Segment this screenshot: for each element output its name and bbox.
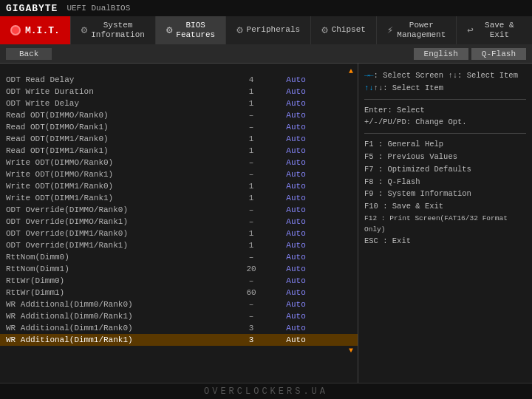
setting-option[interactable]: Auto bbox=[280, 228, 358, 239]
setting-option[interactable]: Auto bbox=[280, 204, 358, 216]
table-row[interactable]: WR Additional(Dimm1/Rank0)3Auto bbox=[0, 322, 358, 334]
setting-option[interactable]: Auto bbox=[280, 251, 358, 263]
setting-option[interactable]: Auto bbox=[280, 86, 358, 98]
setting-option[interactable]: Auto bbox=[280, 109, 358, 121]
setting-label: RttNom(Dimm1) bbox=[0, 263, 222, 275]
table-row[interactable]: ODT Write Duration1Auto bbox=[0, 86, 358, 98]
setting-option[interactable]: Auto bbox=[280, 98, 358, 109]
setting-value: – bbox=[222, 216, 280, 228]
help-f7: F7 : Optimized Defaults bbox=[364, 163, 526, 176]
scroll-down-arrow: ▼ bbox=[349, 347, 353, 355]
setting-option[interactable]: Auto bbox=[280, 299, 358, 310]
table-row[interactable]: ODT Write Delay1Auto bbox=[0, 98, 358, 109]
setting-option[interactable]: Auto bbox=[280, 192, 358, 204]
qflash-button[interactable]: Q-Flash bbox=[471, 48, 526, 60]
navigation-bar: M.I.T. ⚙ System Information ⚙ BIOS Featu… bbox=[0, 16, 532, 44]
setting-option[interactable]: Auto bbox=[280, 275, 358, 287]
setting-value: – bbox=[222, 204, 280, 216]
help-f1: F1 : General Help bbox=[364, 138, 526, 151]
setting-label: ODT Override(DIMMO/Rank1) bbox=[0, 216, 222, 228]
setting-value: – bbox=[222, 168, 280, 180]
table-row[interactable]: Write ODT(DIMMO/Rank0)–Auto bbox=[0, 157, 358, 168]
bios-features-icon: ⚙ bbox=[166, 24, 172, 37]
mit-button[interactable]: M.I.T. bbox=[0, 16, 70, 44]
setting-label: Read ODT(DIMM1/Rank0) bbox=[0, 133, 222, 145]
settings-panel: ▲ ODT Read Delay4AutoODT Write Duration1… bbox=[0, 64, 358, 383]
nav-save-exit-label: Save & Exit bbox=[477, 21, 522, 40]
setting-option[interactable]: Auto bbox=[280, 168, 358, 180]
dualbios-label: UEFI DualBIOS bbox=[66, 4, 130, 13]
setting-option[interactable]: Auto bbox=[280, 180, 358, 192]
table-row[interactable]: ODT Read Delay4Auto bbox=[0, 74, 358, 86]
setting-label: WR Additional(Dimm0/Rank1) bbox=[0, 310, 222, 322]
setting-option[interactable]: Auto bbox=[280, 133, 358, 145]
save-exit-icon: ↩ bbox=[467, 24, 473, 37]
nav-bios-features[interactable]: ⚙ BIOS Features bbox=[155, 16, 225, 44]
setting-value: 1 bbox=[222, 98, 280, 109]
setting-label: Write ODT(DIMMO/Rank0) bbox=[0, 157, 222, 168]
setting-value: 1 bbox=[222, 239, 280, 251]
setting-value: 1 bbox=[222, 133, 280, 145]
setting-option[interactable]: Auto bbox=[280, 322, 358, 334]
chipset-icon: ⚙ bbox=[321, 24, 327, 37]
table-row[interactable]: Write ODT(DIMM1/Rank0)1Auto bbox=[0, 180, 358, 192]
setting-value: – bbox=[222, 299, 280, 310]
back-button[interactable]: Back bbox=[6, 48, 52, 60]
help-divider-2 bbox=[364, 133, 526, 134]
setting-option[interactable]: Auto bbox=[280, 74, 358, 86]
setting-label: ODT Read Delay bbox=[0, 74, 222, 86]
table-row[interactable]: WR Additional(Dimm1/Rank1)3Auto bbox=[0, 334, 358, 346]
setting-label: Write ODT(DIMM1/Rank1) bbox=[0, 192, 222, 204]
nav-save-exit[interactable]: ↩ Save & Exit bbox=[456, 16, 532, 44]
main-content: ▲ ODT Read Delay4AutoODT Write Duration1… bbox=[0, 64, 532, 383]
setting-value: 1 bbox=[222, 228, 280, 239]
setting-label: ODT Write Delay bbox=[0, 98, 222, 109]
nav-bios-features-label: BIOS Features bbox=[176, 21, 215, 40]
watermark: OVERCLOCKERS.UA bbox=[204, 386, 328, 397]
nav-system-info-label: System Information bbox=[91, 21, 145, 40]
nav-chipset[interactable]: ⚙ Chipset bbox=[310, 16, 376, 44]
table-row[interactable]: RttNom(Dimm1)20Auto bbox=[0, 263, 358, 275]
setting-option[interactable]: Auto bbox=[280, 334, 358, 346]
table-row[interactable]: RttNom(Dimm0)–Auto bbox=[0, 251, 358, 263]
nav-system-info[interactable]: ⚙ System Information bbox=[70, 16, 155, 44]
setting-option[interactable]: Auto bbox=[280, 121, 358, 133]
language-button[interactable]: English bbox=[414, 48, 468, 60]
setting-label: ODT Override(DIMMO/Rank0) bbox=[0, 204, 222, 216]
help-enter: Enter: Select bbox=[364, 104, 526, 117]
help-select-screen: →←: Select Screen ↑↓: Select Item bbox=[364, 69, 526, 82]
setting-value: – bbox=[222, 310, 280, 322]
help-f9: F9 : System Information bbox=[364, 188, 526, 200]
nav-peripherals[interactable]: ⚙ Peripherals bbox=[225, 16, 310, 44]
setting-option[interactable]: Auto bbox=[280, 145, 358, 157]
setting-value: 3 bbox=[222, 334, 280, 346]
setting-label: Write ODT(DIMM1/Rank0) bbox=[0, 180, 222, 192]
table-row[interactable]: WR Additional(Dimm0/Rank0)–Auto bbox=[0, 299, 358, 310]
table-row[interactable]: WR Additional(Dimm0/Rank1)–Auto bbox=[0, 310, 358, 322]
table-row[interactable]: RttWr(Dimm1)60Auto bbox=[0, 287, 358, 299]
scroll-down-area: ▼ bbox=[0, 346, 358, 353]
table-row[interactable]: Read ODT(DIMM1/Rank1)1Auto bbox=[0, 145, 358, 157]
power-icon: ⚡ bbox=[387, 24, 393, 37]
table-row[interactable]: ODT Override(DIMM1/Rank0)1Auto bbox=[0, 228, 358, 239]
help-f8: F8 : Q-Flash bbox=[364, 176, 526, 188]
table-row[interactable]: Write ODT(DIMMO/Rank1)–Auto bbox=[0, 168, 358, 180]
table-row[interactable]: Read ODT(DIMMO/Rank0)–Auto bbox=[0, 109, 358, 121]
setting-option[interactable]: Auto bbox=[280, 216, 358, 228]
table-row[interactable]: Read ODT(DIMMO/Rank1)–Auto bbox=[0, 121, 358, 133]
setting-option[interactable]: Auto bbox=[280, 287, 358, 299]
table-row[interactable]: ODT Override(DIMM1/Rank1)1Auto bbox=[0, 239, 358, 251]
setting-option[interactable]: Auto bbox=[280, 239, 358, 251]
setting-label: Write ODT(DIMMO/Rank1) bbox=[0, 168, 222, 180]
table-row[interactable]: Read ODT(DIMM1/Rank0)1Auto bbox=[0, 133, 358, 145]
table-row[interactable]: ODT Override(DIMMO/Rank1)–Auto bbox=[0, 216, 358, 228]
nav-power[interactable]: ⚡ Power Management bbox=[376, 16, 456, 44]
setting-value: 4 bbox=[222, 74, 280, 86]
setting-option[interactable]: Auto bbox=[280, 310, 358, 322]
setting-value: 1 bbox=[222, 180, 280, 192]
setting-option[interactable]: Auto bbox=[280, 157, 358, 168]
setting-option[interactable]: Auto bbox=[280, 263, 358, 275]
table-row[interactable]: Write ODT(DIMM1/Rank1)1Auto bbox=[0, 192, 358, 204]
table-row[interactable]: RttWr(Dimm0)–Auto bbox=[0, 275, 358, 287]
table-row[interactable]: ODT Override(DIMMO/Rank0)–Auto bbox=[0, 204, 358, 216]
